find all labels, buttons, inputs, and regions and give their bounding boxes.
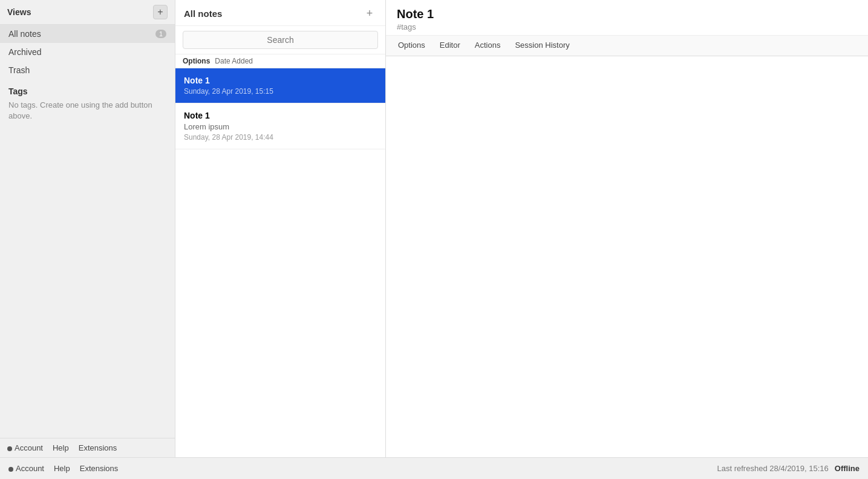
note-editor-panel: Note 1 #tags Options Editor Actions Sess… xyxy=(386,0,868,457)
note-editor-header: Note 1 #tags xyxy=(386,0,868,36)
sidebar-footer: Account Help Extensions xyxy=(0,438,175,457)
note-item-title: Note 1 xyxy=(184,111,377,120)
sidebar-item-archived-label: Archived xyxy=(8,47,41,57)
sidebar-footer-account[interactable]: Account xyxy=(7,443,43,452)
bottom-account[interactable]: Account xyxy=(8,464,44,473)
sidebar-views-title: Views xyxy=(7,7,31,17)
note-item-date: Sunday, 28 Apr 2019, 15:15 xyxy=(184,87,377,96)
sidebar-item-all-notes-label: All notes xyxy=(8,29,41,39)
sidebar-tags-empty: No tags. Create one using the add button… xyxy=(8,100,166,122)
note-editor-tabs: Options Editor Actions Session History xyxy=(386,36,868,56)
tab-options[interactable]: Options xyxy=(391,36,432,56)
sidebar-views-add-button[interactable]: + xyxy=(153,5,168,19)
account-dot-icon xyxy=(7,446,12,451)
sidebar-item-trash-label: Trash xyxy=(8,65,30,75)
notes-list-title: All notes xyxy=(184,8,222,19)
note-editor-tags[interactable]: #tags xyxy=(397,22,857,31)
account-dot-icon-bottom xyxy=(8,467,13,472)
notes-list-header: All notes + xyxy=(175,0,385,26)
tab-actions[interactable]: Actions xyxy=(468,36,508,56)
offline-badge: Offline xyxy=(835,464,860,473)
bottom-bar: Account Help Extensions Last refreshed 2… xyxy=(0,457,868,479)
note-editor-content xyxy=(386,56,868,457)
bottom-extensions[interactable]: Extensions xyxy=(80,464,119,473)
sidebar-nav: All notes 1 Archived Trash xyxy=(0,25,175,79)
notes-list: Note 1 Sunday, 28 Apr 2019, 15:15 Note 1… xyxy=(175,68,385,457)
tab-editor[interactable]: Editor xyxy=(432,36,468,56)
sidebar: Views + All notes 1 Archived Trash Tags … xyxy=(0,0,175,457)
bottom-bar-right: Last refreshed 28/4/2019, 15:16 Offline xyxy=(717,464,860,473)
sidebar-item-all-notes[interactable]: All notes 1 xyxy=(0,25,175,43)
tab-session-history[interactable]: Session History xyxy=(507,36,576,56)
sidebar-footer-help[interactable]: Help xyxy=(53,443,69,452)
sort-date-label[interactable]: Date Added xyxy=(215,57,253,65)
sidebar-footer-extensions[interactable]: Extensions xyxy=(79,443,117,452)
sidebar-views-header: Views + xyxy=(0,0,175,25)
sidebar-item-trash[interactable]: Trash xyxy=(0,61,175,79)
notes-list-panel: All notes + Options Date Added Note 1 Su… xyxy=(175,0,386,457)
note-item-date: Sunday, 28 Apr 2019, 14:44 xyxy=(184,133,377,142)
last-refreshed-label: Last refreshed 28/4/2019, 15:16 xyxy=(717,464,829,473)
notes-sort-bar: Options Date Added xyxy=(175,54,385,68)
note-editor-title: Note 1 xyxy=(397,7,857,21)
note-item[interactable]: Note 1 Lorem ipsum Sunday, 28 Apr 2019, … xyxy=(175,103,385,149)
sort-options-label[interactable]: Options xyxy=(183,57,210,65)
notes-search-container xyxy=(175,26,385,54)
note-item-preview: Lorem ipsum xyxy=(184,122,377,131)
notes-list-add-button[interactable]: + xyxy=(362,6,377,21)
note-item[interactable]: Note 1 Sunday, 28 Apr 2019, 15:15 xyxy=(175,68,385,103)
search-input[interactable] xyxy=(183,31,378,49)
sidebar-tags-section: Tags No tags. Create one using the add b… xyxy=(0,79,175,129)
note-item-title: Note 1 xyxy=(184,76,377,85)
sidebar-item-all-notes-badge: 1 xyxy=(155,30,166,38)
sidebar-item-archived[interactable]: Archived xyxy=(0,43,175,61)
sidebar-tags-title: Tags xyxy=(8,86,166,96)
bottom-help[interactable]: Help xyxy=(54,464,70,473)
bottom-bar-left: Account Help Extensions xyxy=(8,464,118,473)
